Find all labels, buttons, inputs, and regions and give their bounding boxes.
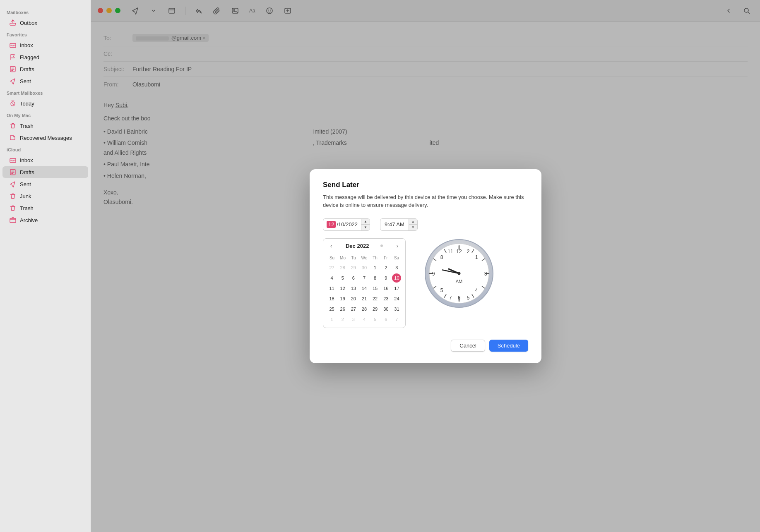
- sidebar-item-archive[interactable]: Archive: [2, 214, 88, 226]
- calendar-day-selected[interactable]: 10: [392, 273, 401, 283]
- calendar-day[interactable]: 2: [381, 263, 390, 272]
- svg-text:4: 4: [475, 288, 478, 293]
- calendar-day[interactable]: 7: [392, 315, 401, 324]
- sidebar-item-recovered[interactable]: Recovered Messages: [2, 132, 88, 144]
- calendar-day[interactable]: 12: [338, 284, 347, 293]
- weekday-th: Th: [370, 255, 380, 261]
- date-increment-button[interactable]: ▲: [361, 219, 370, 225]
- calendar-day[interactable]: 4: [360, 315, 369, 324]
- calendar-day[interactable]: 13: [349, 284, 358, 293]
- svg-text:1: 1: [475, 254, 478, 260]
- date-decrement-button[interactable]: ▼: [361, 225, 370, 230]
- calendar-day[interactable]: 9: [381, 273, 390, 283]
- compose-wrapper: Aa To: @gmail.com ▾: [91, 0, 760, 532]
- calendar-day[interactable]: 14: [360, 284, 369, 293]
- sidebar-item-trash-mac[interactable]: Trash: [2, 120, 88, 132]
- svg-text:2: 2: [467, 249, 470, 254]
- date-input-group[interactable]: 12 /10/2022 ▲ ▼: [323, 218, 370, 231]
- sidebar: Mailboxes Outbox Favorites Inbox Flagged…: [0, 0, 91, 532]
- calendar-next-button[interactable]: ›: [394, 242, 400, 250]
- calendar-day[interactable]: 8: [370, 273, 380, 283]
- calendar-day[interactable]: 1: [370, 263, 380, 272]
- trash-mac-icon: [9, 122, 17, 129]
- sidebar-archive-label: Archive: [20, 217, 38, 223]
- calendar-day[interactable]: 17: [392, 284, 401, 293]
- calendar-day[interactable]: 6: [349, 273, 358, 283]
- app-window: Mailboxes Outbox Favorites Inbox Flagged…: [0, 0, 760, 532]
- drafts-fav-icon: [9, 65, 17, 73]
- calendar-day[interactable]: 4: [327, 273, 337, 283]
- date-stepper[interactable]: ▲ ▼: [361, 219, 370, 230]
- calendar-day[interactable]: 3: [392, 263, 401, 272]
- calendar-day[interactable]: 18: [327, 294, 337, 303]
- calendar-day[interactable]: 28: [360, 304, 369, 314]
- calendar-day[interactable]: 19: [338, 294, 347, 303]
- calendar-day[interactable]: 24: [392, 294, 401, 303]
- calendar-day[interactable]: 7: [360, 273, 369, 283]
- sidebar-item-sent-icloud[interactable]: Sent: [2, 178, 88, 190]
- icloud-section-label: iCloud: [0, 144, 91, 154]
- calendar-day[interactable]: 26: [338, 304, 347, 314]
- sidebar-item-today[interactable]: Today: [2, 98, 88, 109]
- calendar-day[interactable]: 23: [381, 294, 390, 303]
- calendar-day[interactable]: 15: [370, 284, 380, 293]
- calendar-day[interactable]: 16: [381, 284, 390, 293]
- date-display: 12 /10/2022: [323, 219, 361, 230]
- send-later-modal: Send Later This message will be delivere…: [310, 169, 541, 363]
- schedule-button[interactable]: Schedule: [489, 340, 528, 352]
- sidebar-item-inbox[interactable]: Inbox: [2, 39, 88, 51]
- sidebar-recovered-label: Recovered Messages: [20, 135, 72, 141]
- svg-text:7: 7: [449, 295, 452, 301]
- sidebar-item-trash-icloud[interactable]: Trash: [2, 202, 88, 214]
- calendar-day[interactable]: 6: [381, 315, 390, 324]
- calendar-day[interactable]: 5: [338, 273, 347, 283]
- calendar-weekdays: Su Mo Tu We Th Fr Sa: [327, 255, 402, 261]
- calendar-day[interactable]: 3: [349, 315, 358, 324]
- sidebar-item-sent-fav[interactable]: Sent: [2, 75, 88, 87]
- sidebar-trash-icloud-label: Trash: [20, 205, 34, 211]
- calendar-header: ‹ Dec 2022 ›: [323, 239, 405, 253]
- time-display: 9:47 AM: [380, 220, 409, 229]
- calendar-day[interactable]: 29: [370, 304, 380, 314]
- calendar-day[interactable]: 25: [327, 304, 337, 314]
- calendar-day[interactable]: 28: [338, 263, 347, 272]
- sidebar-item-drafts-fav[interactable]: Drafts: [2, 63, 88, 75]
- time-input-group[interactable]: 9:47 AM ▲ ▼: [380, 218, 418, 231]
- calendar-day[interactable]: 27: [349, 304, 358, 314]
- sidebar-item-junk[interactable]: Junk: [2, 190, 88, 202]
- svg-rect-0: [10, 23, 16, 25]
- on-my-mac-section-label: On My Mac: [0, 110, 91, 120]
- calendar-day[interactable]: 30: [381, 304, 390, 314]
- calendar-day[interactable]: 2: [338, 315, 347, 324]
- time-increment-button[interactable]: ▲: [409, 219, 417, 225]
- cancel-button[interactable]: Cancel: [451, 340, 485, 352]
- sidebar-item-drafts-icloud[interactable]: Drafts: [2, 166, 88, 178]
- weekday-fr: Fr: [380, 255, 391, 261]
- calendar-prev-button[interactable]: ‹: [328, 242, 334, 250]
- calendar-day[interactable]: 20: [349, 294, 358, 303]
- sidebar-item-inbox-icloud[interactable]: Inbox: [2, 154, 88, 166]
- date-rest: /10/2022: [337, 221, 358, 228]
- calendar-day[interactable]: 22: [370, 294, 380, 303]
- calendar-day[interactable]: 21: [360, 294, 369, 303]
- modal-description: This message will be delivered by this d…: [323, 193, 528, 209]
- svg-text:12: 12: [456, 249, 462, 254]
- sidebar-item-outbox[interactable]: Outbox: [2, 17, 88, 29]
- time-decrement-button[interactable]: ▼: [409, 225, 417, 230]
- calendar-day[interactable]: 30: [360, 263, 369, 272]
- svg-text:6: 6: [458, 295, 461, 301]
- calendar-day[interactable]: 29: [349, 263, 358, 272]
- drafts-icloud-icon: [9, 168, 17, 176]
- calendar-day[interactable]: 11: [327, 284, 337, 293]
- sidebar-item-flagged[interactable]: Flagged: [2, 51, 88, 63]
- inbox-icon: [9, 41, 17, 49]
- svg-rect-6: [10, 218, 16, 223]
- calendar-day[interactable]: 27: [327, 263, 337, 272]
- time-stepper[interactable]: ▲ ▼: [409, 219, 417, 230]
- calendar-day[interactable]: 31: [392, 304, 401, 314]
- calendar-day[interactable]: 1: [327, 315, 337, 324]
- calendar-day[interactable]: 5: [370, 315, 380, 324]
- calendar-today-dot: [380, 244, 383, 247]
- outbox-icon: [9, 19, 17, 26]
- smart-mailboxes-section-label: Smart Mailboxes: [0, 87, 91, 97]
